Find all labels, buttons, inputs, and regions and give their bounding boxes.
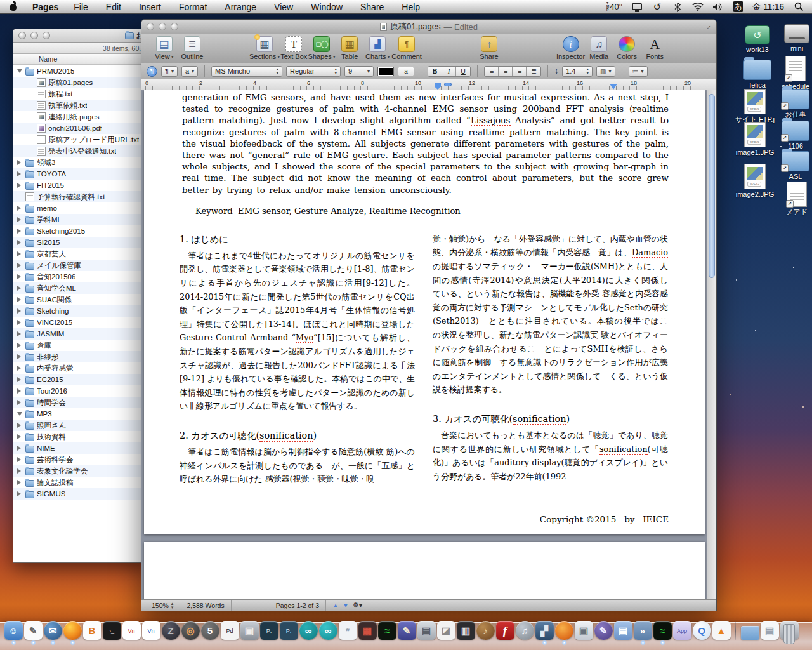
- disclosure-triangle-icon[interactable]: [17, 160, 24, 165]
- dock-terminal[interactable]: ›_: [102, 621, 121, 646]
- dock-red-cubes-app[interactable]: ▦: [358, 621, 377, 646]
- zoom-select[interactable]: 150%▴▾: [145, 600, 180, 611]
- finder-row[interactable]: onchi201506.pdf: [13, 123, 147, 134]
- media-button[interactable]: Media: [585, 36, 613, 60]
- dock-mask-app[interactable]: ◪: [436, 621, 455, 646]
- pages-title-bar[interactable]: 原稿01.pages — Edited ↔: [141, 20, 716, 34]
- fonts-button[interactable]: Fonts: [641, 36, 669, 60]
- columns-select[interactable]: ▥▾: [596, 66, 615, 77]
- finder-row[interactable]: VINCI2015: [13, 317, 147, 328]
- dock-b-letter-app[interactable]: B: [82, 621, 102, 646]
- finder-row[interactable]: 旅程.txt: [13, 88, 147, 100]
- disclosure-triangle-icon[interactable]: [17, 320, 24, 325]
- document-page-2[interactable]: [144, 542, 705, 599]
- finder-row[interactable]: 発表申込登録通知.txt: [13, 145, 147, 157]
- dock-trash[interactable]: [780, 621, 799, 646]
- finder-row[interactable]: memo: [13, 202, 147, 214]
- dock-waveform-app[interactable]: ≈: [653, 621, 672, 646]
- finder-row[interactable]: 芸術科学会: [13, 454, 147, 465]
- disclosure-triangle-icon[interactable]: [17, 434, 24, 439]
- paragraph-style-button[interactable]: ¶: [147, 66, 157, 77]
- volume-menu-icon[interactable]: [712, 2, 724, 12]
- finder-row[interactable]: メイル保管庫: [13, 260, 147, 271]
- ruler[interactable]: 02468101214161820: [141, 79, 716, 90]
- dock-cube-app[interactable]: ▣: [240, 621, 259, 646]
- gear-menu[interactable]: ⚙▾: [353, 601, 362, 609]
- zoom-button[interactable]: [43, 32, 50, 39]
- dock-folder[interactable]: [740, 621, 759, 646]
- displays-menu-icon[interactable]: [631, 2, 643, 12]
- finder-row[interactable]: PRMU2015: [13, 65, 147, 77]
- finder-row[interactable]: JASMIM: [13, 328, 147, 340]
- name-column-header[interactable]: Name: [13, 54, 147, 65]
- textbox-button[interactable]: Text Box: [280, 36, 308, 60]
- dock-fox-app[interactable]: [554, 621, 573, 646]
- finder-row[interactable]: FIT2015: [13, 180, 147, 191]
- comment-button[interactable]: Comment: [391, 36, 422, 60]
- bluetooth-menu-icon[interactable]: [672, 2, 683, 12]
- disclosure-triangle-icon[interactable]: [17, 229, 24, 234]
- tab-stop-marker[interactable]: [444, 83, 452, 86]
- view-button[interactable]: View: [150, 36, 178, 60]
- dock-five-app[interactable]: 5: [200, 621, 219, 646]
- font-style-select[interactable]: Regular▴▾: [286, 66, 341, 77]
- list-style-select[interactable]: ≔▾: [629, 66, 648, 77]
- finder-row[interactable]: SI2015: [13, 237, 147, 248]
- dock-arduino-2[interactable]: ∞: [318, 621, 337, 646]
- menu-bar-clock[interactable]: 金 11:16: [752, 1, 784, 13]
- finder-row[interactable]: SUAC関係: [13, 294, 147, 305]
- dock-quicktime[interactable]: Q: [692, 621, 711, 646]
- menu-item[interactable]: Help: [402, 2, 420, 12]
- minimize-button[interactable]: [30, 32, 38, 39]
- finder-row[interactable]: 表象文化論学会: [13, 465, 147, 477]
- dock-flash[interactable]: f: [495, 621, 514, 646]
- input-source-menu[interactable]: あ: [733, 1, 743, 12]
- desktop-image1-file[interactable]: image1.JPG: [735, 122, 775, 156]
- disclosure-triangle-icon[interactable]: [17, 423, 24, 428]
- dock-photos-app[interactable]: ▣: [574, 621, 593, 646]
- disclosure-triangle-icon[interactable]: [17, 308, 24, 314]
- dock-vnc-viewer-1[interactable]: Vn: [122, 621, 141, 646]
- dock-lapps-app[interactable]: App: [672, 621, 691, 646]
- disclosure-triangle-icon[interactable]: [17, 400, 24, 405]
- dock-droplet-app[interactable]: »: [633, 621, 652, 646]
- share-button[interactable]: Share: [475, 36, 503, 60]
- vertical-scrollbar[interactable]: [707, 90, 716, 599]
- finder-row[interactable]: 音知201506: [13, 271, 147, 282]
- finder-row[interactable]: 原稿01.pages: [13, 77, 147, 88]
- desktop-schedule-file[interactable]: schedule: [775, 56, 812, 90]
- menu-item[interactable]: Edit: [106, 2, 121, 12]
- finder-row[interactable]: 執筆依頼.txt: [13, 100, 147, 111]
- finder-row[interactable]: 京都芸大: [13, 248, 147, 260]
- finder-row[interactable]: 音知学会ML: [13, 282, 147, 294]
- apple-menu-icon[interactable]: [9, 2, 18, 11]
- scrollbar-thumb[interactable]: [709, 94, 715, 278]
- finder-row[interactable]: Sketching: [13, 305, 147, 317]
- text-color-well[interactable]: [377, 67, 394, 76]
- finder-row[interactable]: 領域3: [13, 157, 147, 168]
- menu-item[interactable]: Insert: [139, 2, 161, 12]
- disclosure-triangle-icon[interactable]: [17, 274, 24, 279]
- menu-item[interactable]: Window: [311, 2, 343, 12]
- dock-thunderbird[interactable]: ✉: [43, 621, 62, 646]
- finder-row[interactable]: 原稿アップロード用URL.txt: [13, 134, 147, 145]
- finder-row[interactable]: 技術資料: [13, 431, 147, 442]
- finder-row[interactable]: 倉庫: [13, 340, 147, 351]
- disclosure-triangle-icon[interactable]: [17, 331, 24, 336]
- italic-button[interactable]: I: [442, 67, 456, 76]
- disclosure-triangle-icon[interactable]: [17, 366, 24, 371]
- disclosure-triangle-icon[interactable]: [17, 206, 24, 211]
- finder-title-bar[interactable]: お: [13, 29, 147, 43]
- margin-marker[interactable]: [610, 84, 617, 90]
- finder-row[interactable]: 連絡用紙.pages: [13, 111, 147, 123]
- disclosure-triangle-icon[interactable]: [17, 183, 24, 188]
- dock-divider[interactable]: [731, 621, 740, 646]
- finder-row[interactable]: Tour2016: [13, 385, 147, 397]
- inspector-button[interactable]: Inspector: [556, 36, 585, 60]
- disclosure-triangle-icon[interactable]: [17, 388, 24, 394]
- finder-row[interactable]: EC2015: [13, 374, 147, 385]
- paragraph-style-select[interactable]: ¶▾: [161, 66, 178, 77]
- desktop-asl-folder[interactable]: ASL: [775, 151, 812, 180]
- disclosure-triangle-icon[interactable]: [17, 171, 24, 176]
- font-family-select[interactable]: MS Mincho▴▾: [211, 66, 282, 77]
